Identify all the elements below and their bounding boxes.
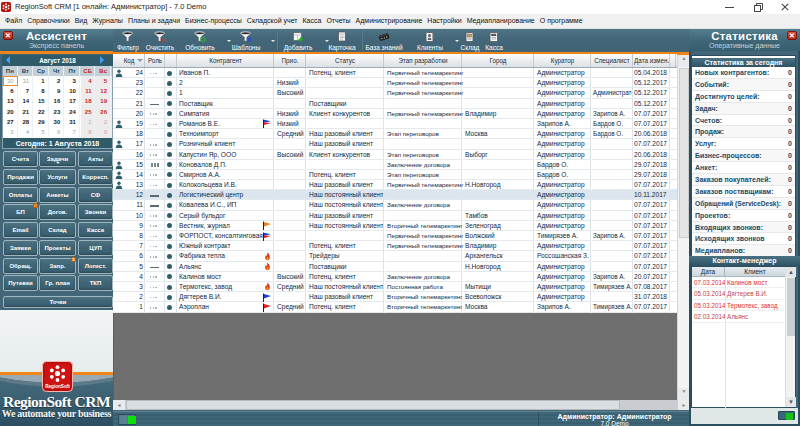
svg-text:RegionSoft: RegionSoft	[45, 384, 70, 389]
svg-text:x: x	[162, 37, 166, 42]
